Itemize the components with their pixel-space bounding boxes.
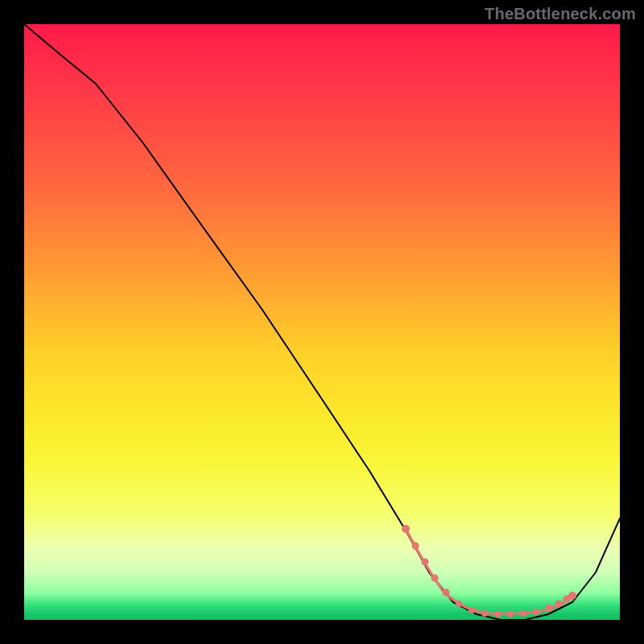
valley-dot: [481, 610, 488, 617]
valley-dot: [494, 611, 501, 617]
bottleneck-curve: [24, 24, 620, 620]
plot-area: [24, 24, 620, 620]
valley-dot: [412, 543, 419, 550]
watermark-text: TheBottleneck.com: [485, 5, 636, 23]
valley-dot: [443, 589, 450, 597]
valley-dot: [555, 601, 563, 608]
valley-dot: [546, 605, 553, 612]
valley-dot: [568, 592, 576, 600]
valley-dot: [533, 609, 539, 615]
chart-frame: TheBottleneck.com: [0, 0, 644, 644]
valley-dot: [456, 601, 462, 607]
valley-highlight-line: [406, 529, 572, 613]
valley-dot: [507, 611, 514, 617]
valley-dot: [469, 607, 475, 613]
curve-layer: [24, 24, 620, 620]
valley-dot: [422, 559, 429, 566]
valley-dot: [402, 525, 410, 533]
valley-dot: [520, 610, 526, 617]
valley-dot: [431, 575, 439, 582]
